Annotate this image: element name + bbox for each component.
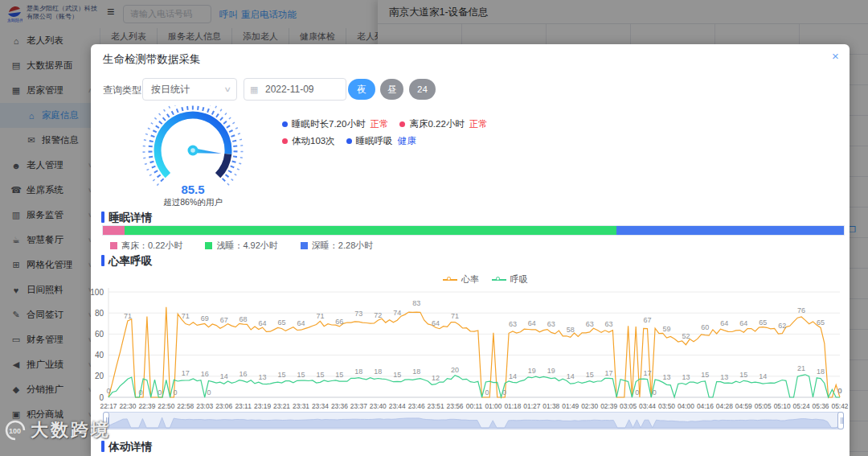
point-label: 17 [182, 369, 190, 377]
chart-datazoom-slider[interactable] [103, 412, 844, 429]
point-label: 64 [259, 319, 267, 327]
point-label: 71 [182, 312, 190, 320]
query-type-select[interactable]: 按日统计 ∨ [142, 78, 237, 101]
x-axis-label: 23:40 [370, 402, 387, 410]
x-axis-label: 23:56 [447, 402, 464, 410]
legend-dot-icon [399, 121, 405, 127]
point-label: 68 [240, 315, 248, 323]
point-label: 65 [817, 318, 825, 327]
point-label: 73 [354, 310, 362, 318]
summary-item: 体动103次 [282, 135, 335, 147]
x-axis-label: 01:38 [542, 402, 559, 410]
date-picker[interactable]: ▦ 2022-11-09 [244, 78, 346, 101]
point-label: 64 [739, 319, 747, 327]
x-axis-label: 01:27 [523, 402, 540, 410]
status-badge: 健康 [398, 135, 416, 147]
night-button[interactable]: 夜 [348, 79, 375, 100]
svg-text:100: 100 [9, 427, 21, 435]
point-label: 71 [124, 312, 132, 320]
summary-item: 睡眠时长7.20小时正常 [282, 118, 388, 130]
sleep-segment-深睡 [616, 226, 844, 235]
point-label: 14 [509, 372, 517, 380]
calendar-icon: ▦ [250, 79, 258, 100]
x-axis-label: 23:46 [408, 402, 425, 410]
summary-text: 睡眠时长7.20小时 [292, 118, 365, 130]
sleep-bar-legend: 离床：0.22小时浅睡：4.92小时深睡：2.28小时 [110, 240, 373, 252]
x-axis-label: 01:00 [485, 402, 502, 410]
point-label: 66 [335, 318, 343, 326]
sleep-legend-item: 浅睡：4.92小时 [205, 240, 277, 252]
day-button[interactable]: 昼 [380, 79, 403, 100]
point-label: 65 [278, 318, 286, 327]
point-label: 18 [412, 368, 420, 376]
close-icon[interactable]: × [832, 49, 839, 63]
point-label: 20 [451, 366, 459, 374]
point-label: 16 [240, 370, 248, 378]
summary-item: 离床0.22小时正常 [399, 118, 487, 130]
point-label: 52 [682, 332, 690, 340]
point-label: 14 [759, 372, 767, 380]
sleep-score-gauge: 85.5 超过86%的用户 [129, 105, 257, 212]
point-label: 17 [644, 369, 652, 377]
sleep-segment-浅睡 [125, 226, 616, 235]
gauge-hub-dot [190, 148, 195, 153]
point-label: 15 [393, 371, 401, 379]
x-axis-label: 04:00 [678, 402, 694, 410]
point-label: 13 [682, 373, 690, 381]
date-value: 2022-11-09 [265, 84, 314, 95]
x-axis-label: 22:30 [119, 402, 136, 410]
status-badge: 正常 [370, 118, 388, 130]
zero-label: 0 [207, 388, 211, 396]
watermark: 100 大数跨境 [3, 418, 111, 442]
point-label: 72 [374, 311, 382, 319]
query-type-label: 查询类型 [103, 84, 141, 97]
point-label: 69 [201, 314, 209, 322]
heart-breath-chart: 02040608010022:1722:3022:3922:5022:5823:… [91, 284, 850, 411]
summary-item: 睡眠呼吸健康 [346, 135, 416, 147]
zero-label: 0 [653, 388, 657, 396]
sleep-legend-label: 浅睡：4.92小时 [216, 240, 277, 252]
legend-dot-icon [282, 138, 288, 144]
legend-ring-icon [496, 277, 500, 281]
y-axis-label: 40 [95, 351, 104, 359]
hours24-button[interactable]: 24 [409, 79, 436, 100]
sleep-legend-label: 离床：0.22小时 [121, 240, 182, 252]
legend-ring-icon [447, 277, 451, 281]
x-axis-label: 04:59 [735, 402, 752, 410]
gauge-arc-rest [218, 154, 228, 176]
chevron-down-icon: ∨ [224, 79, 232, 100]
point-label: 58 [567, 326, 575, 334]
point-label: 64 [528, 319, 536, 327]
point-label: 18 [374, 368, 382, 376]
point-label: 13 [259, 373, 267, 381]
x-axis-label: 04:28 [716, 402, 733, 410]
x-axis-label: 05:10 [774, 402, 791, 410]
summary-text: 离床0.22小时 [409, 118, 464, 130]
x-axis-label: 03:44 [639, 402, 656, 410]
gauge-caption: 超过86%的用户 [129, 197, 257, 208]
point-label: 71 [451, 312, 459, 320]
life-belt-dialog: 生命检测带数据采集 × 查询类型 按日统计 ∨ ▦ 2022-11-09 夜 昼… [91, 44, 850, 456]
gauge-value: 85.5 [129, 183, 257, 196]
point-label: 59 [662, 325, 670, 333]
summary-text: 睡眠呼吸 [356, 135, 393, 147]
sleep-segment-离床 [103, 226, 125, 235]
x-axis-label: 22:58 [177, 402, 194, 410]
point-label: 16 [201, 370, 209, 378]
x-axis-label: 23:11 [235, 402, 252, 410]
x-axis-label: 04:16 [697, 402, 714, 410]
point-label: 63 [605, 320, 613, 328]
vitals-summary: 睡眠时长7.20小时正常离床0.22小时正常体动103次睡眠呼吸健康 [282, 118, 539, 147]
legend-dot-icon [282, 121, 288, 127]
point-label: 15 [739, 371, 747, 379]
point-label: 15 [316, 371, 324, 379]
x-axis-label: 22:39 [138, 402, 155, 410]
point-label: 19 [528, 367, 536, 375]
point-label: 65 [759, 318, 767, 327]
datazoom-right-handle[interactable] [837, 412, 844, 429]
point-label: 18 [817, 368, 825, 376]
x-axis-label: 02:39 [600, 402, 617, 410]
point-label: 64 [297, 319, 305, 327]
point-label: 13 [662, 373, 670, 381]
x-axis-label: 23:31 [293, 402, 309, 410]
